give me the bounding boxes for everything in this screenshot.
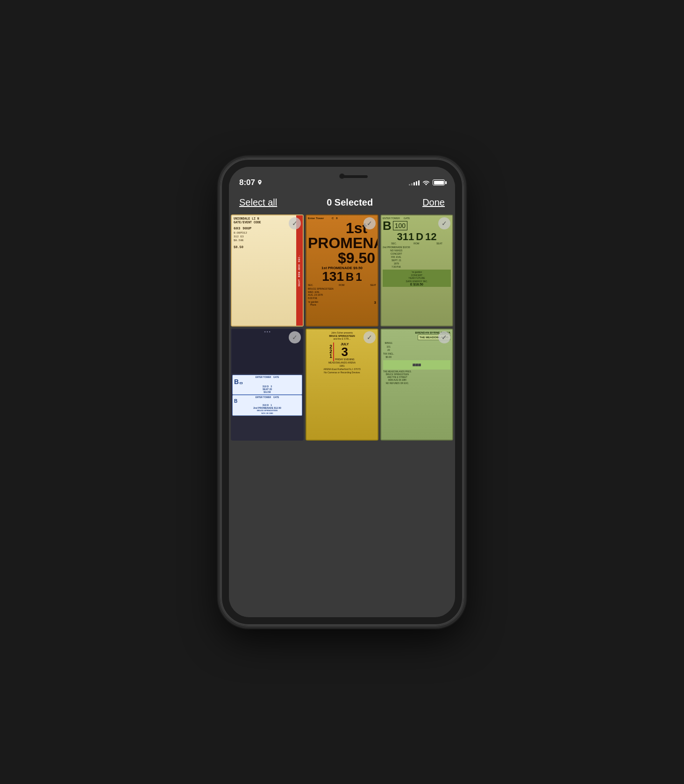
selection-circle-3: ✓ [438, 217, 450, 229]
checkmark-4: ✓ [292, 334, 298, 341]
selection-circle-5: ✓ [363, 331, 376, 343]
ticket-item-3[interactable]: ENTER TOWER GATE B 100 311 D 12 SEC.ROWS… [380, 214, 453, 327]
signal-icon [409, 180, 420, 185]
checkmark-6: ✓ [442, 334, 447, 341]
checkmark-1: ✓ [292, 220, 298, 227]
time-label: 8:07 [239, 178, 255, 187]
done-button[interactable]: Done [422, 197, 445, 208]
selected-count-label: 0 Selected [327, 197, 373, 208]
battery-icon [433, 179, 445, 185]
speaker [340, 175, 368, 178]
checkmark-5: ✓ [367, 334, 372, 341]
selection-circle-6: ✓ [438, 331, 450, 343]
status-bar: 8:07 [229, 167, 455, 192]
ticket-item-2[interactable]: Enter Tower C 8 1st PROMENADE $9.50 1st … [306, 214, 378, 327]
status-time: 8:07 [239, 178, 263, 187]
checkmark-3: ✓ [442, 220, 447, 227]
status-icons [409, 179, 445, 185]
selection-circle-2: ✓ [363, 217, 376, 229]
ticket-item-5[interactable]: John Scher presentsBRUCE SPRINGSTEENand … [306, 328, 378, 441]
ticket-item-6[interactable]: BRENDAN BYRNE ARENA THE MEADOWLANDS 9950… [380, 328, 453, 441]
ticket-grid: UNIONDALE LI NGATE/EVENT CODE 603 90UP 8… [229, 214, 455, 442]
selection-circle-1: ✓ [289, 217, 301, 229]
wifi-icon [422, 180, 430, 185]
screen: 8:07 [229, 167, 455, 617]
ticket-item-4[interactable]: ✦ ✦ ✦ ENTER TOWER GATE B 310 D 3 SEAT 20 [231, 328, 304, 441]
toolbar: Select all 0 Selected Done [229, 192, 455, 214]
phone-frame: 8:07 [221, 158, 463, 626]
select-all-button[interactable]: Select all [239, 197, 277, 208]
ticket-item-1[interactable]: UNIONDALE LI NGATE/EVENT CODE 603 90UP 8… [231, 214, 304, 327]
checkmark-2: ✓ [367, 220, 372, 227]
content-area: Select all 0 Selected Done UNIONDALE LI … [229, 192, 455, 617]
location-icon [257, 180, 263, 185]
selection-circle-4: ✓ [289, 331, 301, 343]
